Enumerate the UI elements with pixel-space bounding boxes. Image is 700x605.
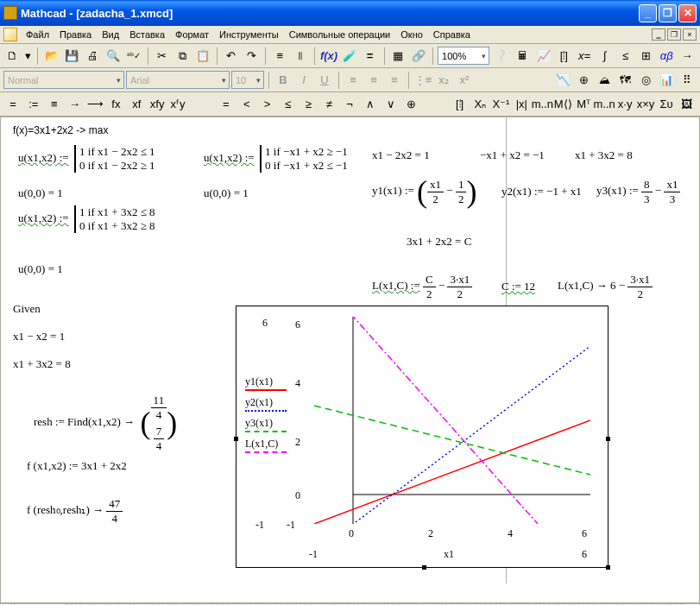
menu-symbolic[interactable]: Символьные операции: [284, 28, 396, 41]
matrix-palette-icon[interactable]: [⦙]: [554, 47, 573, 66]
paste-icon[interactable]: 📋: [193, 47, 212, 66]
symbolic-palette-icon[interactable]: →: [678, 47, 697, 66]
ge-op[interactable]: ≥: [299, 95, 318, 114]
style-combo[interactable]: Normal: [3, 71, 124, 89]
menu-tools[interactable]: Инструменты: [214, 28, 284, 41]
menu-edit[interactable]: Правка: [54, 28, 97, 41]
le-op[interactable]: ≤: [279, 95, 298, 114]
plot-polar-icon[interactable]: ⊕: [574, 71, 593, 90]
mdi-close[interactable]: ×: [683, 28, 697, 41]
range-op[interactable]: m..n: [533, 95, 552, 114]
eq-op[interactable]: =: [3, 95, 22, 114]
bool-eq-op[interactable]: ≡: [45, 95, 64, 114]
lt-op[interactable]: <: [237, 95, 256, 114]
resize-handle[interactable]: [606, 565, 610, 570]
undo-icon[interactable]: ↶: [222, 47, 241, 66]
graph-palette-icon[interactable]: 📈: [534, 47, 553, 66]
align-left-icon[interactable]: ≡: [344, 71, 363, 90]
fx-button[interactable]: f(x): [319, 47, 338, 66]
xfy2-op[interactable]: xᶠy: [168, 95, 187, 114]
menu-view[interactable]: Вид: [97, 28, 124, 41]
size-combo[interactable]: 10: [231, 71, 264, 89]
menu-format[interactable]: Формат: [170, 28, 214, 41]
ne-op[interactable]: ≠: [319, 95, 338, 114]
bold-icon[interactable]: B: [274, 71, 293, 90]
bullets-icon[interactable]: ⋮≡: [413, 71, 432, 90]
open-icon[interactable]: 📂: [42, 47, 61, 66]
menu-file[interactable]: Файл: [21, 28, 54, 41]
component-icon[interactable]: ▦: [389, 47, 408, 66]
plot-scatter-icon[interactable]: ⠿: [678, 71, 697, 90]
cut-icon[interactable]: ✂: [153, 47, 172, 66]
menu-insert[interactable]: Вставка: [124, 28, 170, 41]
dot-op[interactable]: x·y: [615, 95, 634, 114]
spellcheck-icon[interactable]: ᵃᵇ✓: [124, 47, 143, 66]
copy-icon[interactable]: ⧉: [173, 47, 192, 66]
and-op[interactable]: ∧: [361, 95, 380, 114]
preview-icon[interactable]: 🔍: [104, 47, 123, 66]
programming-palette-icon[interactable]: ⊞: [637, 47, 656, 66]
zoom-combo[interactable]: 100%: [438, 47, 489, 65]
plot-3d-icon[interactable]: ⛰: [595, 71, 614, 90]
save-icon[interactable]: 💾: [62, 47, 81, 66]
calculator-palette-icon[interactable]: 🖩: [514, 47, 533, 66]
minimize-button[interactable]: _: [639, 4, 657, 22]
worksheet[interactable]: f(x)=3x1+2x2 -> max u(x1,x2) := 1 if x1 …: [0, 117, 700, 603]
col-op[interactable]: M⟨⟩: [553, 95, 572, 114]
resize-handle[interactable]: [606, 437, 610, 441]
align-icon[interactable]: ≡: [270, 47, 289, 66]
resize-handle[interactable]: [422, 565, 426, 570]
menu-window[interactable]: Окно: [395, 28, 428, 41]
not-op[interactable]: ¬: [340, 95, 359, 114]
underline-icon[interactable]: U: [315, 71, 334, 90]
xn-op[interactable]: Xₙ: [471, 95, 490, 114]
italic-icon[interactable]: I: [294, 71, 313, 90]
calc-icon[interactable]: =: [361, 47, 380, 66]
plot-contour-icon[interactable]: ◎: [636, 71, 655, 90]
print-icon[interactable]: 🖨: [83, 47, 102, 66]
close-button[interactable]: ✕: [678, 4, 697, 22]
pic-op[interactable]: 🖼: [678, 95, 697, 114]
help-icon[interactable]: ❔: [491, 47, 510, 66]
cross-op[interactable]: x×y: [636, 95, 655, 114]
calculus-palette-icon[interactable]: ∫: [596, 47, 615, 66]
gt-op[interactable]: >: [258, 95, 277, 114]
xinv-op[interactable]: X⁻¹: [491, 95, 510, 114]
sub-icon[interactable]: x₂: [434, 71, 453, 90]
dropdown-arrow-icon[interactable]: ▾: [24, 47, 33, 66]
mdi-restore[interactable]: ❐: [667, 28, 681, 41]
trans-op[interactable]: Mᵀ: [574, 95, 593, 114]
redo-icon[interactable]: ↷: [243, 47, 262, 66]
align-center-icon[interactable]: ≡: [364, 71, 383, 90]
boolean-palette-icon[interactable]: ≤: [616, 47, 635, 66]
maximize-button[interactable]: ❐: [659, 4, 677, 22]
sum-op[interactable]: Συ: [657, 95, 676, 114]
plot-surface-icon[interactable]: 🗺: [615, 71, 634, 90]
plot-xy-icon[interactable]: 📉: [553, 71, 572, 90]
mdi-minimize[interactable]: ‗: [652, 28, 665, 41]
font-combo[interactable]: Arial: [126, 71, 230, 89]
plot-bar-icon[interactable]: 📊: [657, 71, 676, 90]
assign-op[interactable]: :=: [24, 95, 43, 114]
xy-plot[interactable]: y1(x1) y2(x1) y3(x1) L(x1,C) 6: [236, 306, 609, 568]
arrow-op[interactable]: →: [66, 95, 85, 114]
evaluation-palette-icon[interactable]: x=: [575, 47, 594, 66]
abs-op[interactable]: |x|: [512, 95, 531, 114]
new-icon[interactable]: 🗋: [3, 47, 22, 66]
menu-help[interactable]: Справка: [428, 28, 476, 41]
link-icon[interactable]: 🔗: [409, 47, 428, 66]
matrix-op[interactable]: [⦙]: [451, 95, 470, 114]
fx-op[interactable]: fx: [106, 95, 125, 114]
resize-handle[interactable]: [234, 437, 238, 441]
arrow2-op[interactable]: ⟶: [86, 95, 105, 114]
eq2-op[interactable]: =: [217, 95, 236, 114]
xor-op[interactable]: ⊕: [402, 95, 421, 114]
xf-op[interactable]: xf: [127, 95, 146, 114]
align-right-icon[interactable]: ≡: [385, 71, 404, 90]
sup-icon[interactable]: x²: [455, 71, 474, 90]
range2-op[interactable]: m..n: [595, 95, 614, 114]
greek-palette-icon[interactable]: αβ: [657, 47, 676, 66]
units-icon[interactable]: 🧪: [340, 47, 359, 66]
align2-icon[interactable]: ⫴: [291, 47, 310, 66]
or-op[interactable]: ∨: [382, 95, 400, 114]
